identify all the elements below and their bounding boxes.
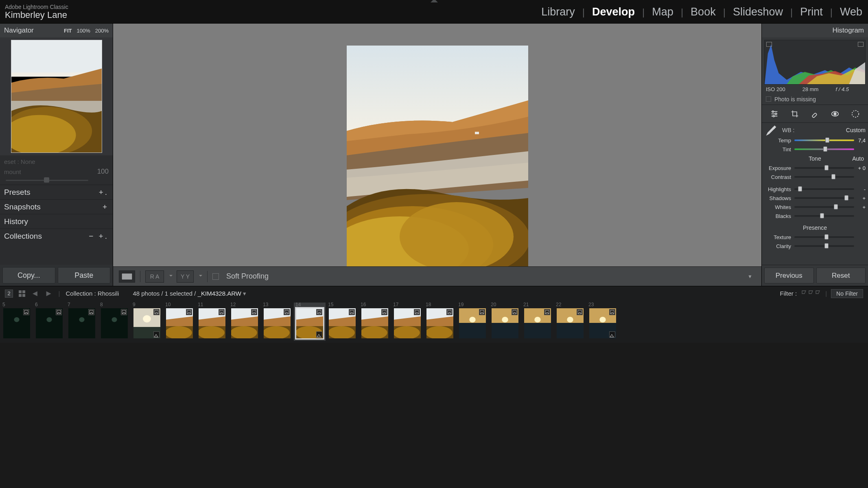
nav-forward-icon[interactable]: ► bbox=[45, 289, 53, 298]
contrast-slider[interactable]: Contrast bbox=[764, 172, 866, 181]
has-adjustments-icon bbox=[88, 309, 94, 315]
filmstrip-thumb[interactable]: 5 bbox=[1, 303, 33, 341]
filmstrip-thumb[interactable]: 19 bbox=[457, 303, 488, 341]
reset-button[interactable]: Reset bbox=[816, 268, 866, 283]
whites-slider[interactable]: Whites+ bbox=[764, 203, 866, 211]
has-adjustments-icon bbox=[121, 309, 127, 315]
crop-tool-icon[interactable] bbox=[789, 108, 800, 120]
auto-tone-button[interactable]: Auto bbox=[852, 155, 864, 162]
loupe-view-button[interactable] bbox=[119, 270, 135, 283]
edit-sliders-icon[interactable] bbox=[769, 108, 780, 120]
tint-slider[interactable]: Tint bbox=[764, 145, 866, 154]
module-tab-print[interactable]: Print bbox=[800, 6, 823, 18]
filmstrip-thumb[interactable]: 6 bbox=[33, 303, 65, 341]
highlight-clipping-toggle[interactable] bbox=[858, 42, 864, 47]
main-photo bbox=[347, 46, 528, 272]
amount-slider[interactable] bbox=[0, 176, 113, 185]
filmstrip-thumb[interactable]: 12 bbox=[229, 303, 260, 341]
flag-filter-icons[interactable] bbox=[801, 290, 821, 297]
temp-slider[interactable]: Temp7,4 bbox=[764, 136, 866, 145]
filter-preset-dropdown[interactable]: No Filter bbox=[831, 289, 863, 298]
photo-missing-warning: Photo is missing bbox=[762, 94, 868, 105]
texture-slider[interactable]: Texture bbox=[764, 233, 866, 242]
toolbar-expand[interactable]: ▼ bbox=[744, 271, 756, 282]
loupe-view[interactable]: R A Y Y Soft Proofing ▼ bbox=[113, 24, 761, 286]
filmstrip-thumb[interactable]: 18 bbox=[424, 303, 456, 341]
previous-button[interactable]: Previous bbox=[764, 268, 814, 283]
zoom-100[interactable]: 100% bbox=[77, 28, 90, 34]
exposure-slider[interactable]: Exposure+ 0 bbox=[764, 163, 866, 172]
healing-tool-icon[interactable] bbox=[809, 108, 820, 120]
has-adjustments-icon bbox=[446, 309, 453, 315]
blacks-slider[interactable]: Blacks bbox=[764, 211, 866, 220]
grid-view-icon[interactable] bbox=[19, 290, 25, 297]
highlights-slider[interactable]: Highlights- bbox=[764, 185, 866, 194]
source-label[interactable]: Collection : Rhossili bbox=[66, 290, 119, 297]
module-tab-web[interactable]: Web bbox=[840, 6, 862, 18]
panel-expand-handle[interactable] bbox=[431, 0, 438, 2]
nav-back-icon[interactable]: ◄ bbox=[31, 289, 39, 298]
filmstrip-thumb[interactable]: 13 bbox=[261, 303, 293, 341]
zoom-fit[interactable]: FIT bbox=[64, 28, 72, 34]
before-after-yy-menu[interactable] bbox=[198, 273, 202, 280]
filmstrip-thumb[interactable]: 17 bbox=[391, 303, 423, 341]
collections-section[interactable]: Collections− +. bbox=[0, 229, 113, 243]
metadata-badge-icon bbox=[316, 331, 322, 338]
current-filename[interactable]: _KIM4328.ARW bbox=[198, 290, 241, 297]
svg-rect-88 bbox=[557, 323, 584, 338]
shadow-clipping-toggle[interactable] bbox=[766, 42, 772, 47]
svg-point-35 bbox=[143, 315, 151, 322]
copy-button[interactable]: Copy... bbox=[2, 267, 55, 283]
wb-label: WB : bbox=[782, 127, 794, 133]
filmstrip-thumb[interactable]: 23 bbox=[587, 303, 619, 341]
module-tab-library[interactable]: Library bbox=[541, 6, 575, 18]
navigator-header[interactable]: Navigator FIT 100% 200% bbox=[0, 24, 113, 37]
filmstrip-thumb[interactable]: 20 bbox=[489, 303, 521, 341]
navigator-title: Navigator bbox=[4, 26, 59, 35]
filmstrip-thumb[interactable]: 16 bbox=[359, 303, 391, 341]
identity-plate[interactable]: Kimberley Lane bbox=[5, 10, 68, 20]
histogram-header[interactable]: Histogram bbox=[762, 24, 868, 37]
module-tab-develop[interactable]: Develop bbox=[592, 6, 635, 18]
soft-proofing-checkbox[interactable] bbox=[212, 273, 219, 280]
redeye-tool-icon[interactable] bbox=[829, 108, 841, 120]
snapshots-section[interactable]: Snapshots+ bbox=[0, 199, 113, 214]
module-tab-map[interactable]: Map bbox=[652, 6, 673, 18]
has-adjustments-icon bbox=[153, 309, 160, 315]
history-section[interactable]: History bbox=[0, 214, 113, 229]
before-after-yy-button[interactable]: Y Y bbox=[177, 270, 194, 283]
white-balance-dropper-icon[interactable] bbox=[764, 123, 779, 137]
svg-point-17 bbox=[773, 115, 774, 117]
presets-section[interactable]: Presets+. bbox=[0, 185, 113, 199]
left-panel: Navigator FIT 100% 200% es bbox=[0, 24, 113, 286]
wb-dropdown[interactable]: Custom bbox=[846, 127, 866, 133]
histogram[interactable] bbox=[764, 40, 866, 85]
filmstrip-thumb[interactable]: 11 bbox=[196, 303, 228, 341]
masking-tool-icon[interactable] bbox=[850, 108, 861, 120]
shadows-slider[interactable]: Shadows+ bbox=[764, 194, 866, 203]
filmstrip-thumb[interactable]: 15 bbox=[326, 303, 358, 341]
filmstrip-thumb[interactable]: 7 bbox=[66, 303, 98, 341]
filmstrip-thumb[interactable]: 8 bbox=[98, 303, 130, 341]
filmstrip-thumb[interactable]: 10 bbox=[164, 303, 195, 341]
filter-label: Filter : bbox=[780, 290, 797, 297]
zoom-200[interactable]: 200% bbox=[95, 28, 109, 34]
filmstrip-thumb[interactable]: 22 bbox=[554, 303, 586, 341]
before-after-menu[interactable] bbox=[168, 273, 173, 280]
filmstrip-thumb[interactable]: 21 bbox=[522, 303, 553, 341]
clarity-slider[interactable]: Clarity bbox=[764, 242, 866, 251]
second-window-button[interactable]: 2 bbox=[5, 290, 13, 298]
before-after-lr-button[interactable]: R A bbox=[145, 270, 164, 283]
has-adjustments-icon bbox=[219, 309, 225, 315]
svg-point-32 bbox=[112, 317, 117, 322]
svg-point-87 bbox=[567, 317, 573, 322]
paste-button[interactable]: Paste bbox=[58, 267, 111, 283]
module-tab-slideshow[interactable]: Slideshow bbox=[733, 6, 783, 18]
filmstrip-thumb[interactable]: 9 bbox=[131, 303, 163, 341]
module-tab-book[interactable]: Book bbox=[691, 6, 716, 18]
filmstrip[interactable]: 567891011121314151617181920212223 bbox=[0, 301, 868, 343]
filmstrip-thumb[interactable]: 14 bbox=[294, 303, 326, 341]
navigator-preview[interactable] bbox=[0, 37, 113, 155]
svg-rect-10 bbox=[475, 132, 479, 134]
svg-point-91 bbox=[599, 317, 606, 322]
